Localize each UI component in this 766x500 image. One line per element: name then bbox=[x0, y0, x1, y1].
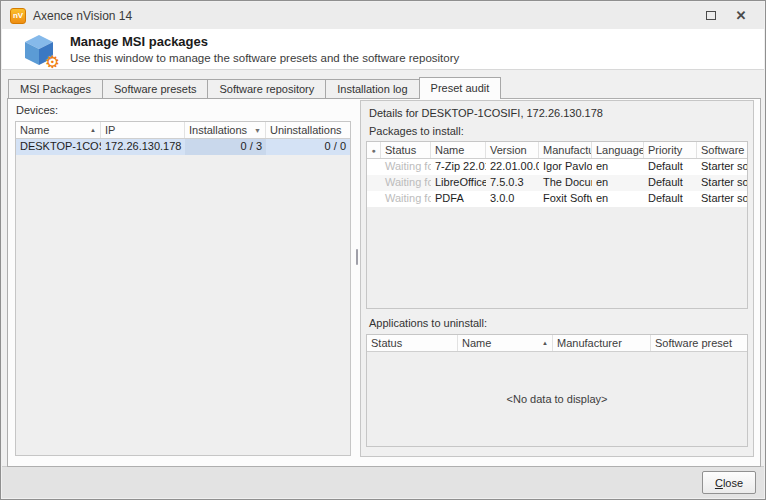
packages-table-header: ● Status Name Version Manufactu... Langu… bbox=[367, 142, 747, 159]
devices-col-uninstallations[interactable]: Uninstallations bbox=[266, 122, 350, 138]
packages-col-indicator[interactable]: ● bbox=[367, 142, 381, 158]
maximize-button[interactable] bbox=[696, 5, 726, 27]
preset-audit-page: Devices: Name▲ IP Installations▼ Uninsta… bbox=[7, 98, 761, 467]
tab-software-repository[interactable]: Software repository bbox=[208, 79, 326, 99]
packages-col-name[interactable]: Name bbox=[431, 142, 486, 158]
page-subtitle: Use this window to manage the software p… bbox=[70, 52, 459, 64]
package-priority-cell: Default bbox=[644, 159, 697, 175]
device-name-cell: DESKTOP-1COSIFI bbox=[16, 139, 101, 155]
tab-preset-audit[interactable]: Preset audit bbox=[419, 77, 502, 99]
packages-col-version[interactable]: Version bbox=[486, 142, 539, 158]
package-priority-cell: Default bbox=[644, 175, 697, 191]
close-button-label: Close bbox=[703, 477, 755, 489]
close-button[interactable]: Close bbox=[702, 471, 756, 494]
packages-col-manufacturer[interactable]: Manufactu... bbox=[539, 142, 592, 158]
package-manufacturer-cell: The Docum... bbox=[539, 175, 592, 191]
package-language-cell: en bbox=[592, 191, 644, 207]
gear-icon: ⚙ bbox=[45, 54, 60, 71]
package-preset-cell: Starter sof... bbox=[697, 175, 747, 191]
devices-col-installations-label: Installations bbox=[189, 124, 247, 136]
devices-col-installations[interactable]: Installations▼ bbox=[185, 122, 266, 138]
devices-table-header: Name▲ IP Installations▼ Uninstallations bbox=[16, 122, 350, 139]
record-bullet-icon: ● bbox=[371, 147, 375, 154]
title-bar[interactable]: nV Axence nVision 14 ✕ bbox=[2, 2, 764, 29]
packages-col-language[interactable]: Language bbox=[592, 142, 644, 158]
package-language-cell: en bbox=[592, 175, 644, 191]
package-manufacturer-cell: Foxit Softw... bbox=[539, 191, 592, 207]
packages-to-install-label: Packages to install: bbox=[369, 125, 464, 137]
package-indicator-cell bbox=[367, 175, 381, 191]
package-name-cell: 7-Zip 22.01... bbox=[431, 159, 486, 175]
device-uninstallations-cell: 0 / 0 bbox=[266, 139, 350, 155]
splitter-grip-icon bbox=[356, 249, 358, 265]
filter-down-icon: ▼ bbox=[251, 127, 261, 134]
devices-col-ip-label: IP bbox=[105, 124, 115, 136]
package-indicator-cell bbox=[367, 191, 381, 207]
window-title: Axence nVision 14 bbox=[33, 9, 696, 23]
package-manufacturer-cell: Igor Pavlov bbox=[539, 159, 592, 175]
device-ip-cell: 172.26.130.178 bbox=[101, 139, 185, 155]
applications-table-header: Status Name▲ Manufacturer Software prese… bbox=[367, 335, 747, 352]
package-language-cell: en bbox=[592, 159, 644, 175]
packages-table-empty-area bbox=[367, 207, 747, 308]
package-indicator-cell bbox=[367, 159, 381, 175]
devices-table-empty-area bbox=[16, 155, 350, 455]
close-window-button[interactable]: ✕ bbox=[726, 5, 756, 27]
device-row-selected[interactable]: DESKTOP-1COSIFI 172.26.130.178 0 / 3 0 /… bbox=[16, 139, 350, 155]
package-status-cell: Waiting for... bbox=[381, 159, 431, 175]
devices-col-ip[interactable]: IP bbox=[101, 122, 185, 138]
package-preset-cell: Starter sof... bbox=[697, 191, 747, 207]
applications-col-name[interactable]: Name▲ bbox=[458, 335, 553, 351]
no-data-message: <No data to display> bbox=[367, 352, 747, 446]
tab-installation-log[interactable]: Installation log bbox=[326, 79, 419, 99]
package-version-cell: 22.01.00.0 bbox=[486, 159, 539, 175]
package-status-cell: Waiting for... bbox=[381, 191, 431, 207]
devices-table: Name▲ IP Installations▼ Uninstallations … bbox=[15, 121, 351, 456]
applications-col-software-preset[interactable]: Software preset bbox=[651, 335, 747, 351]
applications-col-name-label: Name bbox=[462, 337, 491, 349]
packages-col-priority[interactable]: Priority bbox=[644, 142, 697, 158]
msi-package-icon: ⚙ bbox=[22, 33, 56, 67]
dialog-window: nV Axence nVision 14 ✕ ⚙ Manage MSI pack… bbox=[0, 0, 766, 500]
details-panel: Details for DESKTOP-1COSIFI, 172.26.130.… bbox=[360, 100, 754, 457]
package-row[interactable]: Waiting for... PDFA 3.0.0 Foxit Softw...… bbox=[367, 191, 747, 207]
packages-col-status[interactable]: Status bbox=[381, 142, 431, 158]
tab-msi-packages[interactable]: MSI Packages bbox=[8, 79, 103, 99]
devices-col-uninstallations-label: Uninstallations bbox=[270, 124, 342, 136]
package-name-cell: PDFA bbox=[431, 191, 486, 207]
dialog-footer: Close bbox=[2, 466, 764, 498]
package-status-cell: Waiting for... bbox=[381, 175, 431, 191]
details-title: Details for DESKTOP-1COSIFI, 172.26.130.… bbox=[369, 107, 603, 119]
maximize-icon bbox=[706, 11, 716, 20]
package-preset-cell: Starter sof... bbox=[697, 159, 747, 175]
tab-strip: MSI Packages Software presets Software r… bbox=[8, 77, 501, 99]
close-icon: ✕ bbox=[736, 8, 747, 23]
package-priority-cell: Default bbox=[644, 191, 697, 207]
packages-col-software-preset[interactable]: Software p... bbox=[697, 142, 747, 158]
page-title: Manage MSI packages bbox=[70, 34, 208, 49]
package-version-cell: 3.0.0 bbox=[486, 191, 539, 207]
package-version-cell: 7.5.0.3 bbox=[486, 175, 539, 191]
devices-col-name-label: Name bbox=[20, 124, 49, 136]
sort-asc-icon: ▲ bbox=[539, 340, 548, 346]
applications-col-manufacturer[interactable]: Manufacturer bbox=[553, 335, 651, 351]
applications-to-uninstall-label: Applications to uninstall: bbox=[369, 317, 487, 329]
package-row[interactable]: Waiting for... LibreOffice... 7.5.0.3 Th… bbox=[367, 175, 747, 191]
devices-label: Devices: bbox=[16, 104, 58, 116]
applications-col-status[interactable]: Status bbox=[367, 335, 458, 351]
packages-table: ● Status Name Version Manufactu... Langu… bbox=[366, 141, 748, 309]
app-icon: nV bbox=[10, 8, 26, 24]
package-row[interactable]: Waiting for... 7-Zip 22.01... 22.01.00.0… bbox=[367, 159, 747, 175]
device-installations-cell: 0 / 3 bbox=[185, 139, 266, 155]
applications-table: Status Name▲ Manufacturer Software prese… bbox=[366, 334, 748, 447]
app-icon-label: nV bbox=[13, 11, 23, 20]
sort-asc-icon: ▲ bbox=[87, 127, 96, 133]
tab-software-presets[interactable]: Software presets bbox=[103, 79, 209, 99]
package-name-cell: LibreOffice... bbox=[431, 175, 486, 191]
devices-col-name[interactable]: Name▲ bbox=[16, 122, 101, 138]
dialog-header: ⚙ Manage MSI packages Use this window to… bbox=[2, 29, 764, 70]
